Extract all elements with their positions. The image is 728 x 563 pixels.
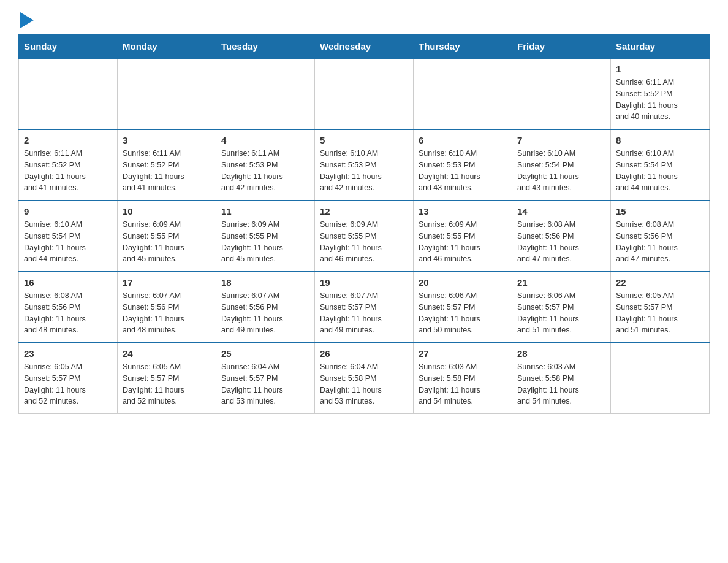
- calendar-week-row: 9Sunrise: 6:10 AMSunset: 5:54 PMDaylight…: [19, 201, 710, 272]
- day-number: 13: [419, 206, 507, 216]
- calendar-day-cell: 26Sunrise: 6:04 AMSunset: 5:58 PMDayligh…: [315, 343, 414, 414]
- calendar-day-cell: 2Sunrise: 6:11 AMSunset: 5:52 PMDaylight…: [19, 129, 118, 201]
- calendar-week-row: 1Sunrise: 6:11 AMSunset: 5:52 PMDaylight…: [19, 58, 710, 129]
- day-number: 24: [123, 348, 211, 359]
- day-info: Sunrise: 6:06 AMSunset: 5:57 PMDaylight:…: [517, 290, 605, 336]
- calendar-day-cell: 14Sunrise: 6:08 AMSunset: 5:56 PMDayligh…: [512, 201, 611, 272]
- calendar-day-cell: 16Sunrise: 6:08 AMSunset: 5:56 PMDayligh…: [19, 272, 118, 343]
- logo: [18, 12, 34, 28]
- day-info: Sunrise: 6:07 AMSunset: 5:56 PMDaylight:…: [123, 290, 211, 336]
- calendar-week-row: 16Sunrise: 6:08 AMSunset: 5:56 PMDayligh…: [19, 272, 710, 343]
- day-info: Sunrise: 6:11 AMSunset: 5:52 PMDaylight:…: [123, 148, 211, 194]
- day-number: 23: [24, 348, 112, 359]
- day-number: 27: [419, 348, 507, 359]
- day-number: 3: [123, 135, 211, 145]
- calendar-day-header: Wednesday: [315, 35, 414, 59]
- day-number: 21: [517, 277, 605, 288]
- calendar-header-row: SundayMondayTuesdayWednesdayThursdayFrid…: [19, 35, 710, 59]
- day-info: Sunrise: 6:11 AMSunset: 5:52 PMDaylight:…: [616, 77, 704, 123]
- day-number: 10: [123, 206, 211, 216]
- calendar-day-cell: 20Sunrise: 6:06 AMSunset: 5:57 PMDayligh…: [414, 272, 512, 343]
- day-number: 12: [320, 206, 408, 216]
- calendar-day-cell: 3Sunrise: 6:11 AMSunset: 5:52 PMDaylight…: [118, 129, 216, 201]
- calendar-day-cell: 24Sunrise: 6:05 AMSunset: 5:57 PMDayligh…: [118, 343, 216, 414]
- logo-icon: [20, 12, 34, 28]
- calendar-day-cell: [216, 58, 315, 129]
- calendar-day-cell: 15Sunrise: 6:08 AMSunset: 5:56 PMDayligh…: [611, 201, 710, 272]
- calendar-day-cell: 17Sunrise: 6:07 AMSunset: 5:56 PMDayligh…: [118, 272, 216, 343]
- calendar-day-cell: [19, 58, 118, 129]
- calendar-table: SundayMondayTuesdayWednesdayThursdayFrid…: [18, 34, 710, 414]
- day-info: Sunrise: 6:05 AMSunset: 5:57 PMDaylight:…: [123, 361, 211, 407]
- calendar-day-cell: 22Sunrise: 6:05 AMSunset: 5:57 PMDayligh…: [611, 272, 710, 343]
- day-info: Sunrise: 6:08 AMSunset: 5:56 PMDaylight:…: [517, 219, 605, 265]
- day-info: Sunrise: 6:10 AMSunset: 5:54 PMDaylight:…: [616, 148, 704, 194]
- calendar-day-cell: [611, 343, 710, 414]
- day-number: 9: [24, 206, 112, 216]
- calendar-day-cell: 6Sunrise: 6:10 AMSunset: 5:53 PMDaylight…: [414, 129, 512, 201]
- day-number: 5: [320, 135, 408, 145]
- day-number: 26: [320, 348, 408, 359]
- calendar-day-cell: 25Sunrise: 6:04 AMSunset: 5:57 PMDayligh…: [216, 343, 315, 414]
- calendar-day-cell: 11Sunrise: 6:09 AMSunset: 5:55 PMDayligh…: [216, 201, 315, 272]
- day-number: 28: [517, 348, 605, 359]
- calendar-day-cell: 12Sunrise: 6:09 AMSunset: 5:55 PMDayligh…: [315, 201, 414, 272]
- calendar-day-cell: 23Sunrise: 6:05 AMSunset: 5:57 PMDayligh…: [19, 343, 118, 414]
- day-number: 20: [419, 277, 507, 288]
- calendar-day-cell: 8Sunrise: 6:10 AMSunset: 5:54 PMDaylight…: [611, 129, 710, 201]
- day-number: 7: [517, 135, 605, 145]
- day-info: Sunrise: 6:10 AMSunset: 5:53 PMDaylight:…: [419, 148, 507, 194]
- day-number: 18: [221, 277, 309, 288]
- day-info: Sunrise: 6:11 AMSunset: 5:53 PMDaylight:…: [221, 148, 309, 194]
- calendar-day-header: Sunday: [19, 35, 118, 59]
- day-number: 1: [616, 64, 704, 74]
- day-number: 8: [616, 135, 704, 145]
- calendar-day-cell: 7Sunrise: 6:10 AMSunset: 5:54 PMDaylight…: [512, 129, 611, 201]
- calendar-day-cell: [414, 58, 512, 129]
- calendar-day-cell: 21Sunrise: 6:06 AMSunset: 5:57 PMDayligh…: [512, 272, 611, 343]
- calendar-day-header: Saturday: [611, 35, 710, 59]
- day-info: Sunrise: 6:07 AMSunset: 5:57 PMDaylight:…: [320, 290, 408, 336]
- day-number: 22: [616, 277, 704, 288]
- day-info: Sunrise: 6:07 AMSunset: 5:56 PMDaylight:…: [221, 290, 309, 336]
- day-info: Sunrise: 6:03 AMSunset: 5:58 PMDaylight:…: [419, 361, 507, 407]
- calendar-day-cell: 1Sunrise: 6:11 AMSunset: 5:52 PMDaylight…: [611, 58, 710, 129]
- day-info: Sunrise: 6:05 AMSunset: 5:57 PMDaylight:…: [24, 361, 112, 407]
- day-number: 4: [221, 135, 309, 145]
- calendar-day-cell: 10Sunrise: 6:09 AMSunset: 5:55 PMDayligh…: [118, 201, 216, 272]
- day-info: Sunrise: 6:11 AMSunset: 5:52 PMDaylight:…: [24, 148, 112, 194]
- calendar-day-cell: [118, 58, 216, 129]
- day-info: Sunrise: 6:03 AMSunset: 5:58 PMDaylight:…: [517, 361, 605, 407]
- day-info: Sunrise: 6:06 AMSunset: 5:57 PMDaylight:…: [419, 290, 507, 336]
- day-number: 11: [221, 206, 309, 216]
- day-number: 17: [123, 277, 211, 288]
- calendar-week-row: 23Sunrise: 6:05 AMSunset: 5:57 PMDayligh…: [19, 343, 710, 414]
- day-info: Sunrise: 6:08 AMSunset: 5:56 PMDaylight:…: [24, 290, 112, 336]
- calendar-week-row: 2Sunrise: 6:11 AMSunset: 5:52 PMDaylight…: [19, 129, 710, 201]
- day-info: Sunrise: 6:10 AMSunset: 5:54 PMDaylight:…: [24, 219, 112, 265]
- day-info: Sunrise: 6:10 AMSunset: 5:54 PMDaylight:…: [517, 148, 605, 194]
- day-info: Sunrise: 6:10 AMSunset: 5:53 PMDaylight:…: [320, 148, 408, 194]
- calendar-day-cell: 18Sunrise: 6:07 AMSunset: 5:56 PMDayligh…: [216, 272, 315, 343]
- day-number: 25: [221, 348, 309, 359]
- day-info: Sunrise: 6:09 AMSunset: 5:55 PMDaylight:…: [320, 219, 408, 265]
- day-info: Sunrise: 6:08 AMSunset: 5:56 PMDaylight:…: [616, 219, 704, 265]
- day-info: Sunrise: 6:04 AMSunset: 5:57 PMDaylight:…: [221, 361, 309, 407]
- svg-marker-0: [20, 12, 34, 28]
- calendar-day-cell: 28Sunrise: 6:03 AMSunset: 5:58 PMDayligh…: [512, 343, 611, 414]
- calendar-day-cell: [512, 58, 611, 129]
- calendar-day-header: Thursday: [414, 35, 512, 59]
- day-number: 15: [616, 206, 704, 216]
- day-number: 14: [517, 206, 605, 216]
- calendar-day-cell: 5Sunrise: 6:10 AMSunset: 5:53 PMDaylight…: [315, 129, 414, 201]
- day-info: Sunrise: 6:04 AMSunset: 5:58 PMDaylight:…: [320, 361, 408, 407]
- calendar-day-cell: 4Sunrise: 6:11 AMSunset: 5:53 PMDaylight…: [216, 129, 315, 201]
- day-number: 6: [419, 135, 507, 145]
- calendar-day-cell: [315, 58, 414, 129]
- page-header: [18, 12, 710, 28]
- calendar-day-header: Tuesday: [216, 35, 315, 59]
- day-info: Sunrise: 6:09 AMSunset: 5:55 PMDaylight:…: [123, 219, 211, 265]
- calendar-day-cell: 13Sunrise: 6:09 AMSunset: 5:55 PMDayligh…: [414, 201, 512, 272]
- day-number: 16: [24, 277, 112, 288]
- calendar-day-cell: 19Sunrise: 6:07 AMSunset: 5:57 PMDayligh…: [315, 272, 414, 343]
